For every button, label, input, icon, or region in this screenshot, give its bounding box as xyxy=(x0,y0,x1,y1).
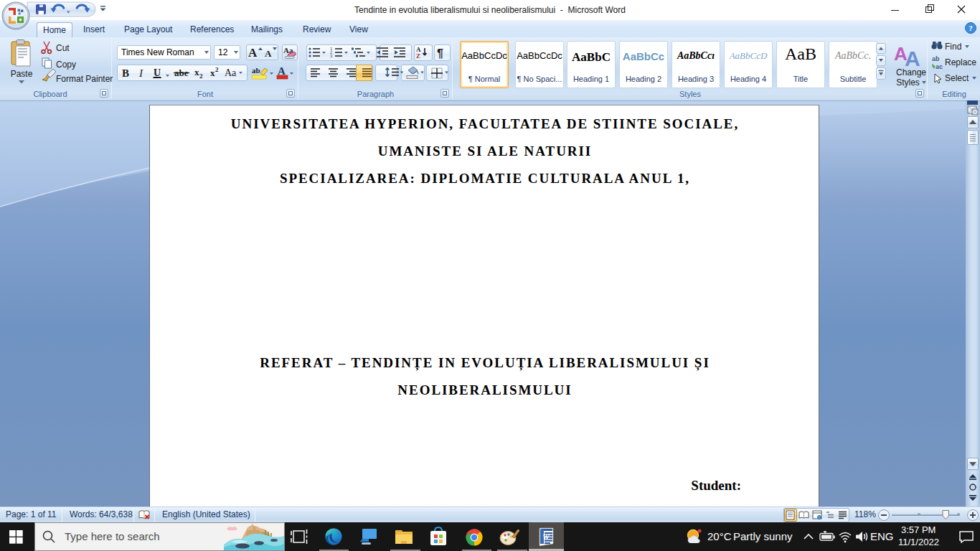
svg-text:U: U xyxy=(154,67,161,78)
svg-text:ab: ab xyxy=(252,66,260,75)
svg-text:Aa: Aa xyxy=(225,67,237,78)
svg-text:Copy: Copy xyxy=(56,60,76,70)
svg-text:¶: ¶ xyxy=(437,47,443,60)
svg-text:Paste: Paste xyxy=(11,69,33,79)
svg-text:I: I xyxy=(138,67,143,79)
svg-text:x: x xyxy=(194,67,199,77)
svg-text:B: B xyxy=(122,67,129,79)
svg-text:W: W xyxy=(542,532,550,541)
svg-text:A: A xyxy=(278,65,286,77)
svg-text:2: 2 xyxy=(215,66,219,73)
svg-text:2: 2 xyxy=(199,72,203,80)
svg-text:3: 3 xyxy=(330,54,333,58)
svg-text:Cut: Cut xyxy=(56,43,70,53)
svg-text:Format Painter: Format Painter xyxy=(56,74,113,84)
svg-text:A: A xyxy=(248,46,258,60)
svg-text:ab: ab xyxy=(932,55,940,62)
svg-text:A: A xyxy=(265,48,272,59)
svg-text:x: x xyxy=(210,67,215,78)
svg-text:Z: Z xyxy=(416,52,420,60)
svg-text:?: ? xyxy=(969,24,973,32)
svg-text:ac: ac xyxy=(936,63,943,70)
svg-text:A: A xyxy=(905,47,920,69)
